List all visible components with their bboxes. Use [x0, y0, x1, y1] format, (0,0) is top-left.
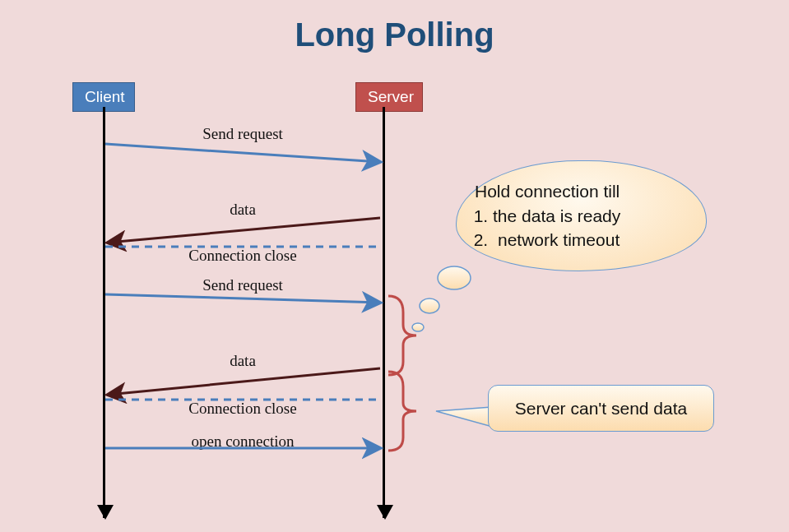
lifeline-client	[103, 107, 105, 518]
msg-connection-close-1: Connection close	[107, 247, 378, 265]
callout-hold-connection: Hold connection till the data is ready n…	[456, 160, 707, 271]
svg-point-9	[412, 323, 424, 331]
msg-send-request-2: Send request	[107, 276, 378, 294]
callout-hold-item-2: network timeout	[493, 229, 620, 252]
svg-point-7	[438, 266, 471, 289]
callout-hold-item-1: the data is ready	[493, 205, 620, 228]
svg-line-3	[105, 294, 380, 303]
bracket-icon	[388, 296, 416, 375]
sequence-arrows-svg	[0, 0, 789, 532]
svg-point-8	[420, 298, 439, 313]
svg-line-0	[105, 144, 380, 162]
lifeline-arrowhead-icon	[377, 505, 393, 520]
msg-connection-close-2: Connection close	[107, 400, 378, 418]
msg-data-1: data	[107, 201, 378, 219]
msg-open-connection: open connection	[107, 433, 378, 451]
lifeline-server	[383, 107, 385, 518]
callout-hold-title: Hold connection till	[475, 180, 620, 203]
svg-line-4	[108, 368, 380, 395]
diagram-title: Long Polling	[0, 16, 789, 53]
lifeline-arrowhead-icon	[97, 505, 114, 520]
actor-server-box: Server	[355, 82, 423, 112]
bracket-icon	[388, 372, 416, 451]
callout-server-cant-send: Server can't send data	[488, 385, 714, 432]
msg-send-request-1: Send request	[107, 125, 378, 143]
svg-line-1	[108, 218, 380, 243]
msg-data-2: data	[107, 352, 378, 370]
